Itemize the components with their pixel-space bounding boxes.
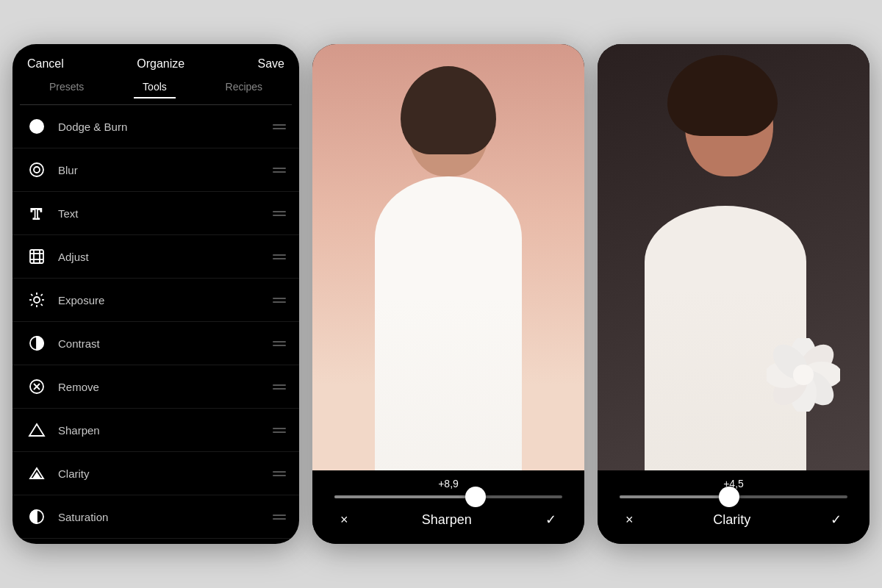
svg-point-9 xyxy=(34,297,40,303)
tool-exposure[interactable]: Exposure xyxy=(12,279,299,322)
right-phone: +4,5 × Clarity ✓ xyxy=(598,44,870,544)
mid-slider-value: +8,9 xyxy=(327,478,570,490)
tab-presets[interactable]: Presets xyxy=(40,78,93,98)
tool-contrast[interactable]: Contrast xyxy=(12,322,299,365)
mid-slider-fill xyxy=(334,495,476,498)
right-action-label: Clarity xyxy=(707,509,756,531)
adjust-icon xyxy=(26,245,48,268)
tool-saturation[interactable]: Saturation xyxy=(12,495,299,539)
svg-rect-4 xyxy=(30,250,43,263)
contrast-icon xyxy=(26,332,48,354)
right-photo xyxy=(598,44,870,470)
mid-bottom-bar: +8,9 × Sharpen ✓ xyxy=(312,470,584,544)
drag-handle xyxy=(273,384,286,390)
right-slider-track[interactable] xyxy=(620,495,847,498)
tool-adjust[interactable]: Adjust xyxy=(12,235,299,279)
clarity-icon xyxy=(26,462,48,484)
sharpen-icon xyxy=(26,419,48,441)
drag-handle xyxy=(273,298,286,303)
blur-icon xyxy=(26,159,48,181)
right-hair xyxy=(667,55,778,136)
drag-handle xyxy=(273,254,286,259)
right-slider-thumb[interactable] xyxy=(719,487,739,507)
cancel-button[interactable]: Cancel xyxy=(27,57,64,71)
right-bottom-bar: +4,5 × Clarity ✓ xyxy=(598,470,870,544)
saturation-icon xyxy=(26,506,48,528)
remove-icon xyxy=(26,376,48,398)
right-portrait-bg xyxy=(598,44,870,470)
tool-remove[interactable]: Remove xyxy=(12,365,299,409)
mid-slider-thumb[interactable] xyxy=(465,487,486,507)
tool-text[interactable]: T Text xyxy=(12,192,299,235)
tool-dodge-burn[interactable]: Dodge & Burn xyxy=(12,105,299,148)
mid-hair xyxy=(401,66,496,154)
mid-phone: +8,9 × Sharpen ✓ xyxy=(312,44,584,544)
right-cancel-button[interactable]: × xyxy=(620,509,639,531)
dodge-burn-icon xyxy=(26,115,48,137)
tool-sharpen[interactable]: Sharpen xyxy=(12,409,299,452)
tool-tabs: Presets Tools Recipes xyxy=(20,78,292,105)
svg-text:T: T xyxy=(31,204,42,222)
save-button[interactable]: Save xyxy=(258,57,284,71)
drag-handle xyxy=(273,471,286,476)
svg-point-39 xyxy=(793,365,814,385)
mid-portrait-bg xyxy=(312,44,584,470)
tools-list: Dodge & Burn Blur T Text xyxy=(12,105,299,544)
svg-point-0 xyxy=(29,119,44,134)
organize-button[interactable]: Organize xyxy=(137,57,184,71)
text-icon: T xyxy=(26,202,48,224)
tab-recipes[interactable]: Recipes xyxy=(217,78,272,98)
svg-marker-22 xyxy=(29,424,44,436)
mid-action-label: Sharpen xyxy=(416,509,478,531)
drag-handle xyxy=(273,124,286,129)
svg-line-17 xyxy=(31,304,32,306)
svg-line-15 xyxy=(41,304,43,306)
left-header: Cancel Organize Save xyxy=(12,44,299,78)
drag-handle xyxy=(273,168,286,173)
mid-cancel-button[interactable]: × xyxy=(334,509,354,531)
drag-handle xyxy=(273,428,286,433)
drag-handle xyxy=(273,514,286,520)
svg-point-1 xyxy=(30,163,43,176)
tab-tools[interactable]: Tools xyxy=(134,78,176,98)
right-slider-fill xyxy=(620,495,729,498)
drag-handle xyxy=(273,211,286,216)
svg-line-14 xyxy=(31,294,32,295)
mid-confirm-button[interactable]: ✓ xyxy=(539,509,562,531)
right-bottom-actions: × Clarity ✓ xyxy=(612,509,855,531)
mid-photo xyxy=(312,44,584,470)
tool-clarity[interactable]: Clarity xyxy=(12,452,299,495)
tool-tone[interactable]: HS Tone xyxy=(12,539,299,544)
svg-line-16 xyxy=(41,294,43,295)
mid-slider-track[interactable] xyxy=(334,495,562,498)
svg-point-2 xyxy=(34,167,40,173)
tool-blur[interactable]: Blur xyxy=(12,148,299,192)
left-phone: Cancel Organize Save Presets Tools Recip… xyxy=(12,44,299,544)
right-confirm-button[interactable]: ✓ xyxy=(825,509,847,531)
drag-handle xyxy=(273,341,286,346)
exposure-icon xyxy=(26,289,48,311)
flower-decoration xyxy=(767,338,840,412)
mid-bottom-actions: × Sharpen ✓ xyxy=(327,509,570,531)
